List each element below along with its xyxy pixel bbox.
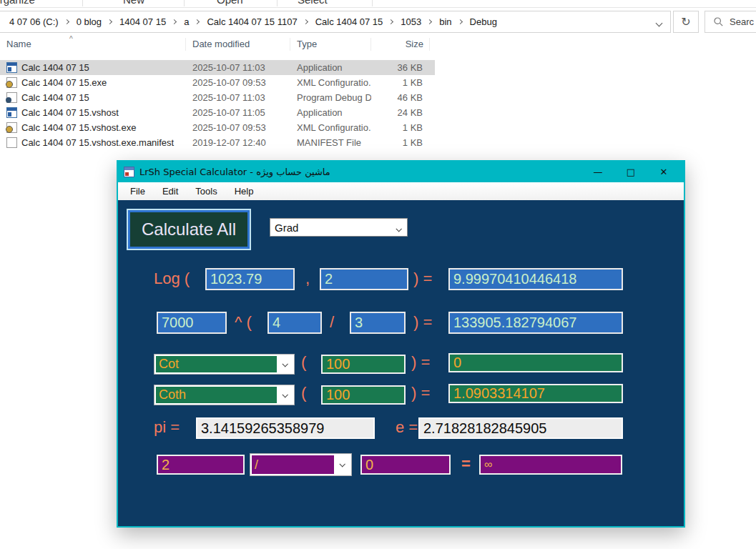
operator-select[interactable]: / bbox=[250, 453, 352, 476]
breadcrumb-chevron-icon bbox=[427, 19, 432, 24]
trig1-result-field[interactable] bbox=[448, 353, 623, 372]
debug-database-icon bbox=[6, 92, 17, 103]
trig1-equals-label: ) = bbox=[411, 353, 430, 372]
trig2-result-field[interactable] bbox=[448, 384, 623, 403]
trig2-open-label: ( bbox=[301, 384, 306, 402]
column-header-size[interactable]: Size bbox=[371, 38, 430, 51]
custom-right-input[interactable] bbox=[360, 455, 451, 475]
column-header-name[interactable]: Name bbox=[0, 38, 186, 51]
file-name: Calc 1404 07 15.vshost.exe bbox=[21, 122, 136, 133]
file-type: Program Debug D... bbox=[290, 92, 371, 103]
pow-slash-label: / bbox=[330, 313, 334, 332]
menu-bar: File Edit Tools Help bbox=[118, 182, 684, 200]
pi-label: pi = bbox=[154, 418, 180, 437]
file-date: 2025-10-07 11:03 bbox=[186, 62, 290, 73]
breadcrumb-chevron-icon bbox=[458, 19, 463, 24]
pow-equals-label: ) = bbox=[413, 313, 432, 332]
column-header-date[interactable]: Date modified bbox=[186, 38, 290, 51]
custom-equals-label: = bbox=[461, 455, 471, 473]
custom-left-input[interactable] bbox=[157, 455, 245, 475]
breadcrumb-item[interactable]: 1404 07 15 bbox=[117, 15, 169, 29]
file-size: 1 KB bbox=[371, 77, 430, 88]
ribbon-tab-open[interactable]: Open bbox=[217, 0, 243, 6]
file-date: 2025-10-07 11:05 bbox=[186, 107, 290, 118]
ribbon-tab-select[interactable]: Select bbox=[298, 0, 328, 6]
trig-function-select-2[interactable]: Coth bbox=[154, 385, 295, 405]
refresh-button[interactable]: ↻ bbox=[673, 11, 699, 33]
address-bar: 4 07 06 (C:) 0 blog 1404 07 15 a Calc 14… bbox=[0, 11, 756, 33]
breadcrumb-item[interactable]: Debug bbox=[467, 15, 500, 29]
pow-numerator-input[interactable] bbox=[267, 312, 322, 334]
file-name: Calc 1404 07 15.exe bbox=[21, 77, 107, 88]
log-arg1-input[interactable] bbox=[205, 268, 295, 290]
chevron-down-icon bbox=[277, 387, 293, 403]
file-size: 1 KB bbox=[371, 122, 430, 133]
maximize-button[interactable]: □ bbox=[625, 167, 637, 177]
ribbon-separator bbox=[184, 0, 185, 6]
file-row[interactable]: Calc 1404 07 15.exe 2025-10-07 09:53 XML… bbox=[0, 75, 458, 90]
chevron-down-icon bbox=[656, 19, 663, 26]
pow-base-input[interactable] bbox=[157, 312, 227, 334]
file-date: 2025-10-07 11:03 bbox=[186, 92, 290, 103]
log-result-field[interactable] bbox=[448, 268, 623, 290]
file-type: MANIFEST File bbox=[290, 137, 371, 148]
breadcrumb-item[interactable]: bin bbox=[436, 15, 454, 29]
breadcrumb-item[interactable]: 0 blog bbox=[74, 15, 104, 29]
custom-result-field[interactable] bbox=[479, 455, 622, 475]
file-row[interactable]: Calc 1404 07 15 2025-10-07 11:03 Applica… bbox=[0, 60, 435, 75]
search-icon bbox=[714, 17, 723, 26]
ribbon-tab-organize[interactable]: Organize bbox=[0, 0, 35, 6]
breadcrumb-chevron-icon bbox=[388, 19, 393, 24]
chevron-down-icon bbox=[396, 222, 401, 234]
breadcrumb-chevron-icon bbox=[195, 19, 200, 24]
menu-help[interactable]: Help bbox=[227, 184, 262, 199]
operator-value: / bbox=[252, 455, 334, 474]
xml-config-icon bbox=[6, 122, 17, 133]
file-size: 1 KB bbox=[371, 137, 430, 148]
file-name: Calc 1404 07 15 bbox=[21, 92, 89, 103]
search-input[interactable]: Searc bbox=[705, 11, 756, 33]
file-type: XML Configuratio... bbox=[290, 77, 371, 88]
breadcrumb-item[interactable]: 1053 bbox=[398, 15, 424, 29]
ribbon-separator bbox=[372, 0, 373, 6]
file-row[interactable]: Calc 1404 07 15.vshost.exe 2025-10-07 09… bbox=[0, 120, 458, 135]
file-row[interactable]: Calc 1404 07 15.vshost 2025-10-07 11:05 … bbox=[0, 105, 458, 120]
menu-file[interactable]: File bbox=[122, 184, 153, 199]
menu-tools[interactable]: Tools bbox=[187, 184, 225, 199]
file-name: Calc 1404 07 15.vshost.exe.manifest bbox=[21, 137, 174, 148]
close-button[interactable]: ✕ bbox=[658, 167, 669, 177]
breadcrumb-item[interactable]: Calc 1404 07 15 1107 bbox=[204, 15, 300, 29]
file-row[interactable]: Calc 1404 07 15 2025-10-07 11:03 Program… bbox=[0, 90, 458, 105]
log-equals-label: ) = bbox=[413, 269, 432, 288]
menu-edit[interactable]: Edit bbox=[154, 184, 186, 199]
minimize-button[interactable]: — bbox=[592, 167, 604, 177]
file-name: Calc 1404 07 15.vshost bbox=[21, 107, 119, 118]
log-comma-label: , bbox=[305, 269, 310, 288]
breadcrumb-chevron-icon bbox=[107, 19, 112, 24]
calculator-window: LrSh Special Calculator - ماشين حساب ويژ… bbox=[117, 160, 685, 528]
breadcrumb-item[interactable]: a bbox=[181, 15, 192, 29]
manifest-file-icon bbox=[6, 137, 17, 148]
breadcrumb-item[interactable]: Calc 1404 07 15 bbox=[313, 15, 386, 29]
trig-function-value-1: Cot bbox=[156, 356, 277, 372]
angle-mode-select[interactable]: Grad bbox=[270, 218, 408, 237]
pow-denominator-input[interactable] bbox=[350, 312, 406, 334]
file-row[interactable]: Calc 1404 07 15.vshost.exe.manifest 2019… bbox=[0, 135, 458, 150]
pi-value-field[interactable] bbox=[196, 417, 375, 439]
application-icon bbox=[6, 62, 17, 73]
sort-ascending-icon: ^ bbox=[69, 35, 73, 43]
breadcrumb-item[interactable]: 4 07 06 (C:) bbox=[6, 15, 62, 29]
trig-function-select-1[interactable]: Cot bbox=[154, 354, 295, 375]
breadcrumb[interactable]: 4 07 06 (C:) 0 blog 1404 07 15 a Calc 14… bbox=[0, 11, 671, 33]
calculator-titlebar[interactable]: LrSh Special Calculator - ماشين حساب ويژ… bbox=[118, 162, 684, 182]
trig2-arg-input[interactable] bbox=[321, 385, 406, 405]
calculate-all-button[interactable]: Calculate All bbox=[128, 210, 250, 249]
column-header-type[interactable]: Type bbox=[290, 38, 371, 51]
pow-result-field[interactable] bbox=[448, 312, 623, 334]
log-arg2-input[interactable] bbox=[320, 268, 408, 290]
address-dropdown-button[interactable] bbox=[657, 16, 662, 29]
trig1-arg-input[interactable] bbox=[321, 355, 406, 374]
ribbon-tab-new[interactable]: New bbox=[123, 0, 144, 6]
file-list-header: ^ Name Date modified Type Size bbox=[0, 38, 458, 56]
e-value-field[interactable] bbox=[418, 417, 623, 439]
